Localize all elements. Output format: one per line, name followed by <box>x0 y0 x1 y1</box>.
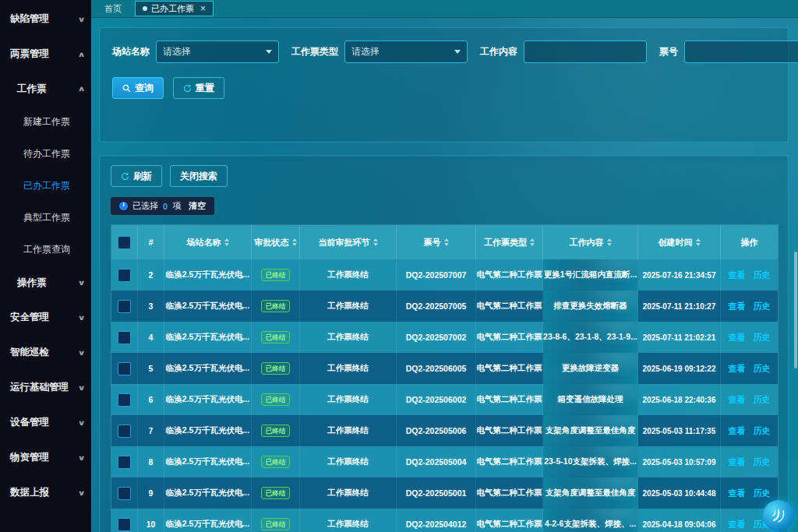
column-label: 票号 <box>424 237 441 248</box>
row-checkbox[interactable] <box>118 456 131 469</box>
action-历史[interactable]: 历史 <box>754 363 771 375</box>
row-checkbox[interactable] <box>118 487 131 500</box>
row-number: 9 <box>138 477 164 509</box>
station-name-select[interactable]: 请选择 <box>156 41 279 63</box>
approval-stage: 工作票终结 <box>300 446 397 477</box>
sort-icon[interactable] <box>373 238 378 246</box>
sidebar-item-两票管理[interactable]: 两票管理∧ <box>0 37 91 72</box>
action-查看[interactable]: 查看 <box>729 363 746 375</box>
ticket-number: DQ2-202506005 <box>397 353 476 384</box>
sidebar-item-智能巡检[interactable]: 智能巡检∨ <box>0 335 91 370</box>
column-header-审批状态[interactable]: 审批状态 <box>252 225 300 259</box>
created-time: 2025-05-03 11:17:35 <box>638 415 721 446</box>
work-ticket-table: #场站名称审批状态当前审批环节票号工作票类型工作内容创建时间操作 2临涣2.5万… <box>111 224 779 532</box>
ticket-type: 电气第二种工作票 <box>476 291 543 322</box>
ticket-number-input[interactable] <box>684 41 798 63</box>
reset-button[interactable]: 重置 <box>173 77 224 99</box>
sidebar-item-设备管理[interactable]: 设备管理∨ <box>0 405 91 440</box>
sidebar-item-待办工作票[interactable]: 待办工作票 <box>0 138 91 170</box>
row-checkbox[interactable] <box>118 393 131 407</box>
row-checkbox[interactable] <box>118 269 131 282</box>
station-name: 临涣2.5万千瓦光伏电... <box>164 291 252 322</box>
row-checkbox[interactable] <box>118 300 131 313</box>
sidebar-item-数据上报[interactable]: 数据上报∨ <box>0 475 91 510</box>
action-查看[interactable]: 查看 <box>729 519 746 530</box>
action-查看[interactable]: 查看 <box>729 270 746 281</box>
sidebar-item-工作票查询[interactable]: 工作票查询 <box>0 234 91 266</box>
action-历史[interactable]: 历史 <box>754 425 771 437</box>
tab-已办工作票[interactable]: 已办工作票× <box>135 1 214 16</box>
action-查看[interactable]: 查看 <box>729 301 746 312</box>
action-查看[interactable]: 查看 <box>729 394 746 406</box>
sidebar-item-工作票[interactable]: 工作票∧ <box>0 72 91 106</box>
action-历史[interactable]: 历史 <box>754 394 771 406</box>
work-content-input[interactable] <box>524 41 647 63</box>
query-button[interactable]: 查询 <box>112 77 164 99</box>
sidebar-item-操作票[interactable]: 操作票∨ <box>0 266 91 300</box>
clear-selection-link[interactable]: 清空 <box>189 200 206 212</box>
sidebar-item-已办工作票[interactable]: 已办工作票 <box>0 170 91 202</box>
ticket-type: 电气第二种工作票 <box>476 477 543 509</box>
row-checkbox[interactable] <box>118 518 131 531</box>
sort-icon[interactable] <box>292 238 297 246</box>
column-header-工作内容[interactable]: 工作内容 <box>543 225 638 259</box>
chevron-down-icon: ∨ <box>77 279 85 287</box>
sort-icon[interactable] <box>530 238 535 246</box>
sidebar-item-运行基础管理[interactable]: 运行基础管理∨ <box>0 370 91 405</box>
sidebar-item-新建工作票[interactable]: 新建工作票 <box>0 106 91 138</box>
ticket-number: DQ2-202505001 <box>397 477 476 509</box>
action-历史[interactable]: 历史 <box>754 488 771 499</box>
tab-close-icon[interactable]: × <box>200 3 206 14</box>
column-header-场站名称[interactable]: 场站名称 <box>164 225 252 259</box>
column-header-当前审批环节[interactable]: 当前审批环节 <box>300 225 397 259</box>
row-checkbox[interactable] <box>118 425 131 438</box>
floating-logo[interactable] <box>763 500 794 531</box>
table-row: 10临涣2.5万千瓦光伏电...已终结工作票终结DQ2-202504012电气第… <box>111 509 778 532</box>
sort-icon[interactable] <box>696 238 701 246</box>
action-查看[interactable]: 查看 <box>729 332 746 344</box>
row-checkbox[interactable] <box>118 331 131 344</box>
action-历史[interactable]: 历史 <box>754 332 771 344</box>
sidebar-item-label: 安全管理 <box>10 311 49 324</box>
close-search-button-label: 关闭搜索 <box>180 170 217 183</box>
row-actions: 查看历史 <box>721 446 778 477</box>
status-badge: 已终结 <box>261 393 291 406</box>
action-历史[interactable]: 历史 <box>754 270 771 281</box>
select-value: 请选择 <box>351 45 380 58</box>
close-search-button[interactable]: 关闭搜索 <box>170 165 228 187</box>
action-查看[interactable]: 查看 <box>729 425 746 437</box>
row-checkbox[interactable] <box>118 362 131 375</box>
field-label: 工作内容 <box>480 45 517 58</box>
tab-首页[interactable]: 首页 <box>97 2 129 16</box>
field-label: 票号 <box>659 45 678 58</box>
action-历史[interactable]: 历史 <box>754 456 771 468</box>
work-content: 支架角度调整至最佳角度 <box>543 415 638 446</box>
select-all-checkbox[interactable] <box>118 236 131 249</box>
sidebar-item-安全管理[interactable]: 安全管理∨ <box>0 300 91 335</box>
action-查看[interactable]: 查看 <box>729 488 746 499</box>
station-name: 临涣2.5万千瓦光伏电... <box>164 259 252 291</box>
vertical-scrollbar[interactable] <box>794 252 797 368</box>
status-cell: 已终结 <box>252 477 300 509</box>
sort-icon[interactable] <box>224 238 229 246</box>
column-header-创建时间[interactable]: 创建时间 <box>638 225 721 259</box>
sort-icon[interactable] <box>607 238 612 246</box>
caret-down-icon <box>373 243 378 246</box>
column-header-票号[interactable]: 票号 <box>397 225 476 259</box>
sidebar-item-典型工作票[interactable]: 典型工作票 <box>0 202 91 234</box>
column-label: 审批状态 <box>255 237 289 248</box>
work-content: 4-2-6支架拆装、焊接、... <box>543 509 638 532</box>
action-历史[interactable]: 历史 <box>754 301 771 312</box>
column-header-工作票类型[interactable]: 工作票类型 <box>476 225 543 259</box>
action-查看[interactable]: 查看 <box>729 456 746 468</box>
station-name: 临涣2.5万千瓦光伏电... <box>164 477 252 509</box>
ticket-type-select[interactable]: 请选择 <box>344 41 468 63</box>
row-number: 10 <box>138 509 164 532</box>
chevron-down-icon <box>454 50 461 54</box>
sort-icon[interactable] <box>444 238 449 246</box>
refresh-button[interactable]: 刷新 <box>111 165 162 187</box>
search-field-1: 工作票类型请选择 <box>291 41 468 63</box>
sidebar-item-缺陷管理[interactable]: 缺陷管理∨ <box>0 2 91 37</box>
select-value: 请选择 <box>163 45 191 58</box>
sidebar-item-物资管理[interactable]: 物资管理∨ <box>0 440 91 475</box>
